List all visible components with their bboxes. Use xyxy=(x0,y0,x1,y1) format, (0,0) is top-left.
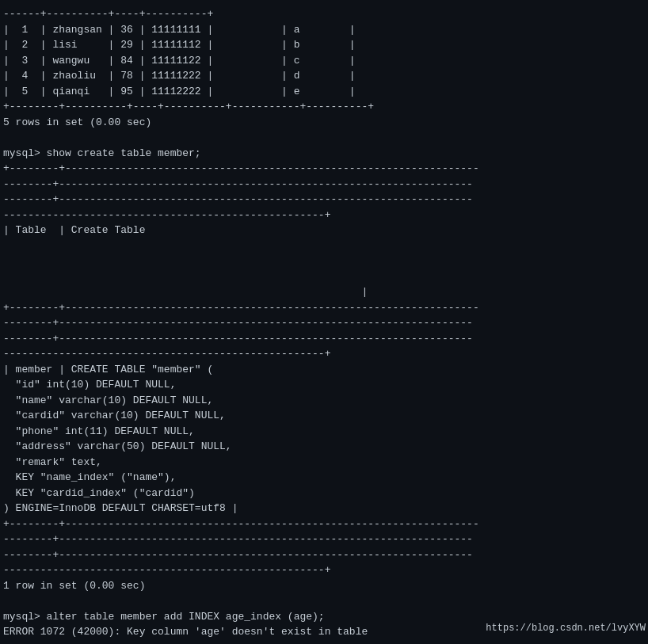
divider-6: --------+-------------------------------… xyxy=(3,315,645,331)
header-row: | Table | Create Table xyxy=(3,223,645,238)
create-table-cardid: "cardid" varchar(10) DEFAULT NULL, xyxy=(3,408,645,424)
create-table-name-index: KEY "name_index" ("name"), xyxy=(3,470,645,486)
create-table-cardid-index: KEY "cardid_index" ("cardid") xyxy=(3,486,645,501)
blank-4 xyxy=(3,269,645,285)
divider-10: --------+-------------------------------… xyxy=(3,532,645,547)
table-border-top: ------+----------+----+----------+ xyxy=(3,6,645,22)
create-table-id: "id" int(10) DEFAULT NULL, xyxy=(3,377,645,393)
divider-1: +--------+------------------------------… xyxy=(3,161,645,177)
table-row-4: | 4 | zhaoliu | 78 | 11111222 | | d | xyxy=(3,68,645,84)
table-row-2: | 2 | lisi | 29 | 11111112 | | b | xyxy=(3,37,645,53)
blank-1 xyxy=(3,130,645,146)
blank-3 xyxy=(3,253,645,269)
divider-9: +--------+------------------------------… xyxy=(3,516,645,532)
create-table-phone: "phone" int(11) DEFAULT NULL, xyxy=(3,424,645,440)
table-row-1: | 1 | zhangsan | 36 | 11111111 | | a | xyxy=(3,22,645,38)
blank-2 xyxy=(3,238,645,254)
table-row-3: | 3 | wangwu | 84 | 11111122 | | c | xyxy=(3,53,645,69)
watermark: https://blog.csdn.net/lvyXYW xyxy=(483,620,648,636)
divider-5: +--------+------------------------------… xyxy=(3,300,645,316)
divider-7: --------+-------------------------------… xyxy=(3,331,645,347)
create-table-start: | member | CREATE TABLE "member" ( xyxy=(3,362,645,378)
terminal-window: ------+----------+----+----------+ | 1 |… xyxy=(0,0,648,644)
create-table-name: "name" varchar(10) DEFAULT NULL, xyxy=(3,393,645,409)
table-row-5: | 5 | qianqi | 95 | 11112222 | | e | xyxy=(3,84,645,100)
table-border-bottom: +--------+----------+----+----------+---… xyxy=(3,99,645,115)
divider-12: ----------------------------------------… xyxy=(3,562,645,578)
create-table-address: "address" varchar(50) DEFAULT NULL, xyxy=(3,439,645,455)
divider-2: --------+-------------------------------… xyxy=(3,177,645,192)
create-table-engine: ) ENGINE=InnoDB DEFAULT CHARSET=utf8 | xyxy=(3,501,645,516)
blank-5 xyxy=(3,593,645,609)
header-end-marker: | xyxy=(3,284,645,300)
divider-11: --------+-------------------------------… xyxy=(3,547,645,563)
divider-4: ----------------------------------------… xyxy=(3,208,645,223)
prompt-show-create: mysql> show create table member; xyxy=(3,146,645,162)
one-row-result: 1 row in set (0.00 sec) xyxy=(3,578,645,594)
divider-3: --------+-------------------------------… xyxy=(3,192,645,208)
divider-8: ----------------------------------------… xyxy=(3,346,645,362)
rows-result: 5 rows in set (0.00 sec) xyxy=(3,115,645,131)
create-table-remark: "remark" text, xyxy=(3,455,645,471)
